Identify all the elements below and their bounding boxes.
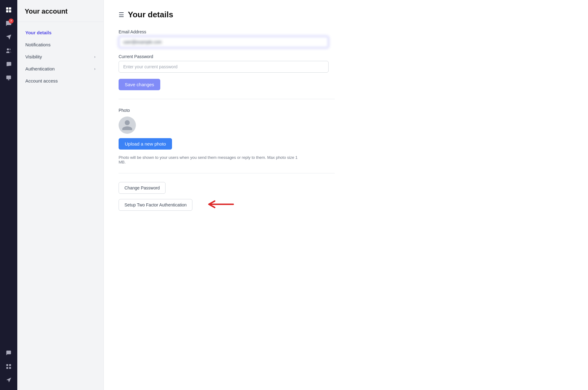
photo-section: Photo Upload a new photo Photo will be s… xyxy=(119,108,335,164)
svg-rect-1 xyxy=(9,7,11,10)
avatar xyxy=(119,117,136,134)
apps-icon[interactable] xyxy=(2,360,15,373)
sidebar-header: Your account xyxy=(17,0,103,22)
main-sidebar: Your account Your details Notifications … xyxy=(17,0,104,390)
svg-rect-0 xyxy=(6,7,8,10)
two-factor-button[interactable]: Setup Two Factor Authentication xyxy=(119,199,192,211)
email-label: Email Address xyxy=(119,29,335,34)
two-factor-container: Setup Two Factor Authentication xyxy=(119,197,335,212)
photo-label: Photo xyxy=(119,108,335,113)
svg-rect-6 xyxy=(6,364,8,366)
photo-hint: Photo will be shown to your users when y… xyxy=(119,155,304,164)
svg-rect-2 xyxy=(6,10,8,12)
menu-icon[interactable]: ☰ xyxy=(119,11,124,19)
icon-sidebar: 7 xyxy=(0,0,17,390)
details-form: Email Address Current Password Save chan… xyxy=(119,29,335,212)
divider-1 xyxy=(119,99,335,99)
email-group: Email Address xyxy=(119,29,335,48)
sidebar-item-label: Your details xyxy=(25,30,52,35)
logo-icon[interactable] xyxy=(2,4,15,16)
action-buttons: Change Password Setup Two Factor Authent… xyxy=(119,182,335,212)
docs-icon[interactable] xyxy=(2,58,15,70)
svg-rect-5 xyxy=(6,76,11,79)
content-area: ☰ Your details Email Address Current Pas… xyxy=(104,0,588,390)
sidebar-item-label: Authentication xyxy=(25,66,55,71)
page-title: Your details xyxy=(128,10,173,19)
sidebar-nav: Your details Notifications Visibility › … xyxy=(17,22,103,91)
save-changes-button[interactable]: Save changes xyxy=(119,79,160,90)
chevron-right-icon: › xyxy=(94,67,95,71)
svg-rect-8 xyxy=(6,367,8,369)
inbox-badge: 7 xyxy=(9,19,14,23)
sidebar-item-account-access[interactable]: Account access xyxy=(21,75,100,87)
chevron-right-icon: › xyxy=(94,55,95,59)
sidebar-item-label: Visibility xyxy=(25,54,42,59)
megaphone-icon[interactable] xyxy=(2,374,15,386)
reports-icon[interactable] xyxy=(2,85,15,98)
password-label: Current Password xyxy=(119,54,335,59)
svg-rect-9 xyxy=(9,367,11,369)
svg-point-4 xyxy=(7,49,9,51)
sidebar-item-notifications[interactable]: Notifications xyxy=(21,39,100,50)
contacts-icon[interactable] xyxy=(2,45,15,57)
change-password-button[interactable]: Change Password xyxy=(119,182,166,194)
sidebar-item-label: Notifications xyxy=(25,42,51,47)
arrow-annotation xyxy=(197,197,234,212)
svg-rect-3 xyxy=(9,10,11,12)
email-field[interactable] xyxy=(119,36,329,48)
inbox-icon[interactable]: 7 xyxy=(2,17,15,30)
sidebar-item-your-details[interactable]: Your details xyxy=(21,27,100,38)
chat-icon[interactable] xyxy=(2,72,15,84)
upload-photo-button[interactable]: Upload a new photo xyxy=(119,138,172,150)
page-header: ☰ Your details xyxy=(119,10,573,19)
current-password-field[interactable] xyxy=(119,61,329,73)
svg-rect-7 xyxy=(9,364,11,366)
send-icon[interactable] xyxy=(2,31,15,43)
password-group: Current Password xyxy=(119,54,335,73)
sidebar-item-label: Account access xyxy=(25,78,58,83)
sidebar-item-visibility[interactable]: Visibility › xyxy=(21,51,100,62)
sidebar-item-authentication[interactable]: Authentication › xyxy=(21,63,100,74)
support-icon[interactable] xyxy=(2,347,15,359)
divider-2 xyxy=(119,173,335,173)
